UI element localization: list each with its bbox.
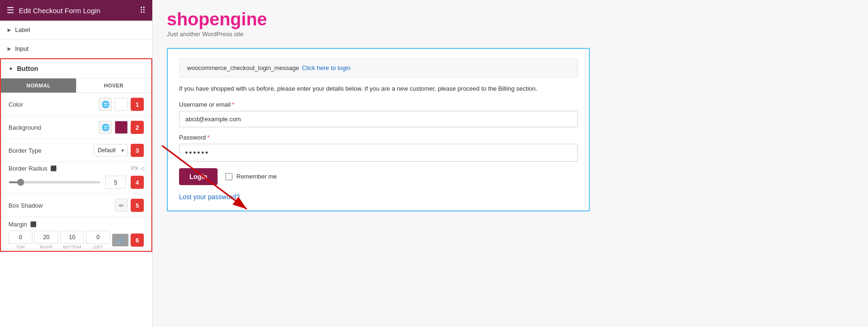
border-radius-unit-icon: ◁ — [140, 165, 144, 171]
border-radius-slider[interactable] — [8, 181, 101, 183]
margin-monitor-icon: ⬛ — [30, 221, 37, 227]
background-swatch[interactable] — [115, 121, 128, 134]
margin-bottom-input[interactable]: 10 — [60, 231, 84, 244]
border-radius-label: Border Radius — [8, 165, 47, 172]
color-swatch[interactable] — [115, 98, 128, 111]
step-5-badge: 5 — [131, 199, 144, 212]
margin-right-label: RIGHT — [40, 245, 53, 249]
top-bar: ☰ Edit Checkout Form Login ⠿ — [0, 0, 152, 21]
margin-left-input[interactable]: 0 — [86, 231, 110, 244]
password-label: Password * — [179, 134, 578, 141]
box-shadow-property-row: Box Shadow ✏ 5 — [1, 194, 151, 217]
remember-me-row: Remember me — [225, 173, 277, 180]
margin-label: Margin — [8, 221, 27, 228]
login-link[interactable]: Click here to login — [302, 64, 350, 71]
login-message-key: woocommerce_checkout_login_message — [187, 64, 299, 71]
grid-icon[interactable]: ⠿ — [140, 5, 146, 16]
background-label: Background — [8, 124, 99, 131]
button-section-header[interactable]: ▼ Button — [1, 59, 151, 78]
username-label: Username or email * — [179, 101, 578, 108]
border-type-property-row: Border Type Default ▼ 3 — [1, 139, 151, 162]
remember-me-checkbox[interactable] — [225, 173, 233, 180]
background-globe-button[interactable]: 🌐 — [99, 121, 112, 134]
button-section: ▼ Button NORMAL HOVER Color 🌐 1 Backgrou… — [0, 58, 152, 252]
site-subtitle: Just another WordPress site — [167, 31, 854, 38]
color-globe-button[interactable]: 🌐 — [99, 98, 112, 111]
margin-row: Margin ⬛ 0 TOP 20 RIGHT 10 BOTTOM 0 — [1, 217, 151, 251]
margin-top-label: TOP — [16, 245, 24, 249]
button-arrow-icon: ▼ — [8, 66, 13, 71]
step-6-badge: 6 — [131, 234, 144, 247]
login-message-row: woocommerce_checkout_login_message Click… — [179, 58, 578, 78]
label-arrow-icon: ▶ — [8, 27, 11, 32]
border-radius-monitor-icon: ⬛ — [50, 165, 57, 171]
remember-me-label: Remember me — [236, 173, 277, 180]
password-required-star: * — [207, 134, 210, 141]
button-tabs: NORMAL HOVER — [1, 78, 151, 93]
border-radius-row: Border Radius ⬛ PX ◁ 5 4 — [1, 162, 151, 194]
label-section[interactable]: ▶ Label — [0, 21, 152, 39]
password-input[interactable] — [179, 144, 578, 162]
background-property-row: Background 🌐 2 — [1, 116, 151, 139]
login-actions: Login Remember me — [179, 168, 578, 185]
margin-top-input[interactable]: 0 — [8, 231, 32, 244]
margin-bottom-label: BOTTOM — [63, 245, 81, 249]
color-label: Color — [8, 101, 99, 108]
border-type-select[interactable]: Default — [94, 144, 128, 156]
border-type-label: Border Type — [8, 147, 94, 154]
login-button[interactable]: Login — [179, 168, 218, 185]
lost-password-link[interactable]: Lost your password? — [179, 193, 240, 201]
site-title: shopengine — [167, 9, 854, 30]
color-property-row: Color 🌐 1 — [1, 93, 151, 116]
margin-left-label: LEFT — [93, 245, 103, 249]
margin-right-input[interactable]: 20 — [34, 231, 58, 244]
username-required-star: * — [232, 101, 235, 108]
input-section[interactable]: ▶ Input — [0, 39, 152, 58]
border-radius-unit: PX — [131, 165, 138, 171]
button-section-text: Button — [17, 65, 38, 72]
checkout-box: woocommerce_checkout_login_message Click… — [167, 48, 590, 211]
step-2-badge: 2 — [131, 121, 144, 134]
hamburger-icon[interactable]: ☰ — [7, 5, 14, 16]
box-shadow-label: Box Shadow — [8, 202, 115, 209]
left-panel: ☰ Edit Checkout Form Login ⠿ ▶ Label ▶ I… — [0, 0, 153, 327]
label-section-text: Label — [15, 26, 30, 33]
step-1-badge: 1 — [131, 98, 144, 111]
margin-link-button[interactable]: 🔗 — [112, 234, 129, 247]
tab-hover[interactable]: HOVER — [76, 78, 151, 93]
right-panel: shopengine Just another WordPress site w… — [153, 0, 868, 327]
username-input[interactable] — [179, 111, 578, 127]
checkout-info-text: If you have shopped with us before, plea… — [179, 84, 578, 93]
step-3-badge: 3 — [131, 144, 144, 157]
box-shadow-pencil-button[interactable]: ✏ — [115, 199, 128, 212]
step-4-badge: 4 — [131, 176, 144, 189]
input-section-text: Input — [15, 45, 29, 52]
tab-normal[interactable]: NORMAL — [1, 78, 76, 93]
page-title: Edit Checkout Form Login — [19, 7, 100, 15]
input-arrow-icon: ▶ — [8, 46, 11, 51]
border-radius-value: 5 — [105, 176, 126, 189]
